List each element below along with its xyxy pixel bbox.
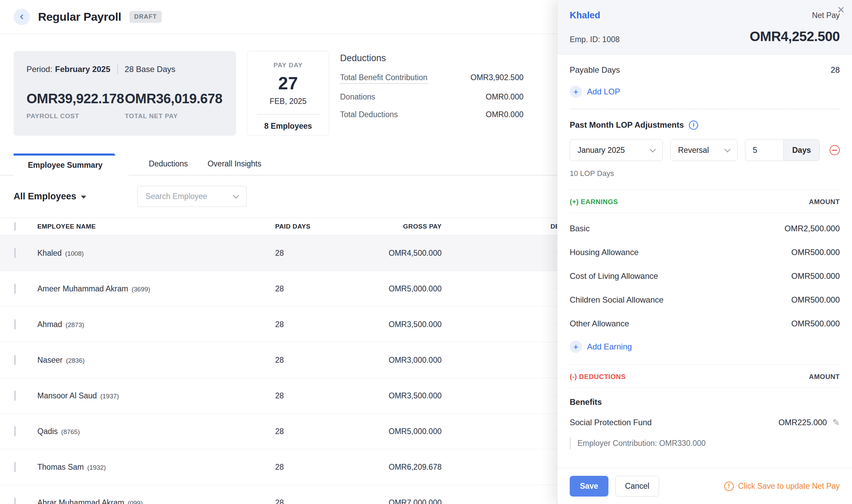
donations-label: Donations [340,92,375,102]
page-title: Regular Payroll [38,10,121,23]
net-pay-label: Net Pay [812,11,840,20]
paid-days: 28 [275,463,360,472]
add-lop-label: Add LOP [587,87,620,96]
tab-deductions[interactable]: Deductions [149,154,188,175]
payday-employees: 8 Employees [247,122,329,131]
back-button[interactable]: ‹ [14,9,30,25]
panel-header: × Khaled Net Pay Emp. ID: 1008 OMR4,252.… [557,0,852,55]
lop-month-select[interactable]: January 2025 [570,139,663,161]
employee-name: Mansoor Al Saud [37,391,97,400]
earning-label: Basic [570,222,590,235]
table-row[interactable]: Thomas Sam(1932) 28 OMR6,209.678 OMR0.00… [0,449,608,485]
total-net-pay-label: TOTAL NET PAY [125,112,224,120]
earning-row: Other Allowance OMR500.000 [570,316,840,332]
cancel-button[interactable]: Cancel [615,476,659,497]
earning-amount: OMR500.000 [791,319,840,328]
employee-name: Thomas Sam [37,463,84,472]
table-row[interactable]: Ahmad(2873) 28 OMR3,500.000 OMR0.000 [0,307,608,342]
save-button[interactable]: Save [570,476,608,497]
payable-days-row: Payable Days 28 [570,65,840,75]
chevron-left-icon: ‹ [20,9,23,22]
save-warning: ! Click Save to update Net Pay [724,482,840,491]
close-icon[interactable]: × [837,3,845,17]
gross-pay: OMR3,000.000 [360,356,442,365]
col-employee-name: EMPLOYEE NAME [37,223,275,230]
deduction-row: Social Protection Fund OMR225.000 ✎ [570,414,840,431]
row-checkbox[interactable] [14,498,16,504]
total-deductions-label: Total Deductions [340,110,398,119]
period-card: Period: February 2025 28 Base Days OMR39… [14,51,236,136]
total-benefit-contribution-label[interactable]: Total Benefit Contribution [340,73,427,84]
earning-label: Cost of Living Allowance [570,270,658,282]
earnings-section-header: (+) EARNINGS AMOUNT [570,190,840,213]
earning-amount: OMR500.000 [791,295,840,305]
edit-pencil-icon[interactable]: ✎ [832,417,840,428]
gross-pay: OMR3,500.000 [360,320,442,329]
divider [570,109,840,109]
row-checkbox[interactable] [14,391,16,401]
employer-contribution-note: Employer Contribution: OMR330.000 [570,437,840,449]
panel-body: Payable Days 28 + Add LOP Past Month LOP… [557,55,852,468]
row-checkbox[interactable] [14,319,16,329]
table-row[interactable]: Naseer(2836) 28 OMR3,000.000 OMR0.000 [0,342,608,378]
row-checkbox[interactable] [14,355,16,365]
deductions-summary: Deductions Total Benefit Contribution OM… [340,51,523,136]
earning-row: Cost of Living Allowance OMR500.000 [570,268,840,284]
total-deductions-value: OMR0.000 [486,110,523,119]
payable-days-value: 28 [831,65,840,75]
earnings-header-label: (+) EARNINGS [570,198,618,206]
info-icon[interactable]: i [689,121,698,130]
table-row[interactable]: Mansoor Al Saud(1937) 28 OMR3,500.000 OM… [0,378,608,414]
lop-days-input[interactable]: 5 [745,140,783,161]
panel-employee-name[interactable]: Khaled [570,10,600,21]
employee-id: (2836) [66,357,85,364]
payroll-cost: OMR39,922.178 PAYROLL COST [26,91,125,120]
gross-pay: OMR7,000.000 [360,498,442,504]
table-row[interactable]: Ameer Muhammad Akram(3699) 28 OMR5,000.0… [0,271,608,307]
row-checkbox[interactable] [14,462,16,472]
table-row[interactable]: Khaled(1008) 28 OMR4,500.000 OMR0.000 [0,235,608,271]
caret-down-icon [81,196,86,199]
total-net-pay-amount: OMR36,019.678 [125,91,224,106]
add-earning-label: Add Earning [587,342,632,352]
employee-name: Qadis [37,427,58,436]
chevron-down-icon [650,146,656,152]
employee-name: Ameer Muhammad Akram [37,284,128,293]
gross-pay: OMR3,500.000 [360,391,442,400]
paid-days: 28 [275,249,360,258]
deductions-section-header: (-) DEDUCTIONS AMOUNT [570,365,840,388]
paid-days: 28 [275,391,360,400]
deduction-label: Social Protection Fund [570,416,652,429]
lop-adjustments-section: Past Month LOP Adjustments i [570,120,840,130]
gross-pay: OMR4,500.000 [360,249,442,258]
table-row[interactable]: Qadis(8765) 28 OMR5,000.000 OMR0.000 [0,414,608,449]
employee-id: (3699) [131,286,150,293]
panel-emp-id: Emp. ID: 1008 [570,35,620,44]
search-employee-select[interactable]: Search Employee [137,186,247,207]
earning-row: Children Social Allowance OMR500.000 [570,292,840,308]
add-earning-button[interactable]: + Add Earning [570,341,632,353]
row-checkbox[interactable] [14,248,16,258]
earning-label: Housing Allowance [570,246,639,258]
remove-lop-icon[interactable] [830,145,840,155]
employee-name: Khaled [37,249,62,258]
table-row[interactable]: Abrar Muhammad Akram(099) 28 OMR7,000.00… [0,485,608,504]
all-employees-label: All Employees [14,191,76,202]
payable-days-label: Payable Days [570,65,620,75]
plus-icon: + [570,86,582,98]
employee-name: Abrar Muhammad Akram [37,498,124,504]
donations-value: OMR0.000 [486,92,523,102]
deduction-row: Total Deductions OMR0.000 [340,110,523,119]
add-lop-button[interactable]: + Add LOP [570,86,620,98]
select-all-checkbox[interactable] [14,222,16,231]
row-checkbox[interactable] [14,426,16,436]
lop-type-select[interactable]: Reversal [670,139,738,161]
row-checkbox[interactable] [14,284,16,294]
table-header: EMPLOYEE NAME PAID DAYS GROSS PAY DEDUCT… [0,218,608,235]
all-employees-dropdown[interactable]: All Employees [14,191,86,202]
payday-day: 27 [247,73,329,93]
employee-name: Ahmad [37,320,62,329]
tab-employee-summary[interactable]: Employee Summary [14,154,129,176]
tab-overall-insights[interactable]: Overall Insights [208,154,262,175]
lop-type-value: Reversal [678,146,709,155]
